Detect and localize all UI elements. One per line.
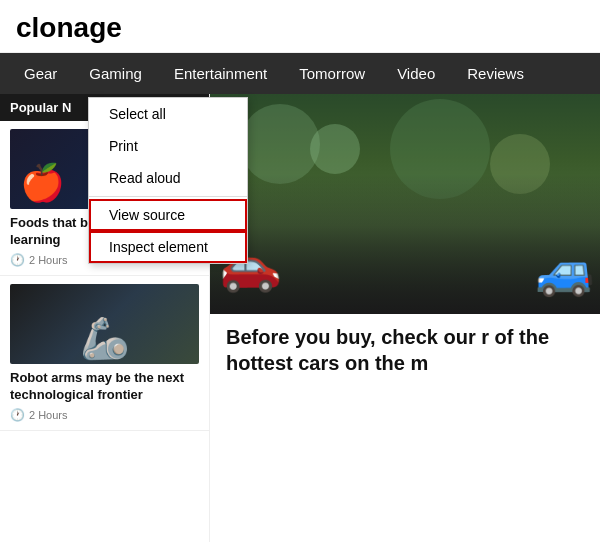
article-time-1: 2 Hours bbox=[29, 254, 68, 266]
clock-icon-1: 🕐 bbox=[10, 253, 25, 267]
nav-item-gaming[interactable]: Gaming bbox=[73, 53, 158, 94]
context-menu-read-aloud[interactable]: Read aloud bbox=[89, 162, 247, 194]
nav-item-video[interactable]: Video bbox=[381, 53, 451, 94]
bokeh-1 bbox=[240, 104, 320, 184]
article-meta-2: 🕐 2 Hours bbox=[10, 408, 199, 422]
context-menu: Select all Print Read aloud View source … bbox=[88, 97, 248, 264]
article-card-2[interactable]: Robot arms may be the next technological… bbox=[0, 276, 209, 431]
nav-item-entertainment[interactable]: Entertainment bbox=[158, 53, 283, 94]
main-nav: Gear Gaming Entertainment Tomorrow Video… bbox=[0, 53, 600, 94]
car-blue: 🚙 bbox=[535, 243, 595, 299]
context-menu-print[interactable]: Print bbox=[89, 130, 247, 162]
bokeh-2 bbox=[310, 124, 360, 174]
site-header: clonage bbox=[0, 0, 600, 53]
feature-headline: Before you buy, check our r of the hotte… bbox=[226, 324, 584, 376]
nav-item-reviews[interactable]: Reviews bbox=[451, 53, 540, 94]
clock-icon-2: 🕐 bbox=[10, 408, 25, 422]
context-menu-view-source[interactable]: View source bbox=[89, 199, 247, 231]
cars-scene: 🚗 🚙 bbox=[210, 174, 600, 314]
main-feature: 🚗 🚙 Before you buy, check our r of the h… bbox=[210, 94, 600, 542]
article-image-2 bbox=[10, 284, 199, 364]
context-menu-divider bbox=[89, 196, 247, 197]
article-title-2: Robot arms may be the next technological… bbox=[10, 370, 199, 404]
site-title: clonage bbox=[16, 12, 584, 44]
context-menu-select-all[interactable]: Select all bbox=[89, 98, 247, 130]
feature-text-area: Before you buy, check our r of the hotte… bbox=[210, 314, 600, 386]
context-menu-inspect-element[interactable]: Inspect element bbox=[89, 231, 247, 263]
nav-item-gear[interactable]: Gear bbox=[8, 53, 73, 94]
nav-item-tomorrow[interactable]: Tomorrow bbox=[283, 53, 381, 94]
feature-background-image: 🚗 🚙 bbox=[210, 94, 600, 314]
article-time-2: 2 Hours bbox=[29, 409, 68, 421]
